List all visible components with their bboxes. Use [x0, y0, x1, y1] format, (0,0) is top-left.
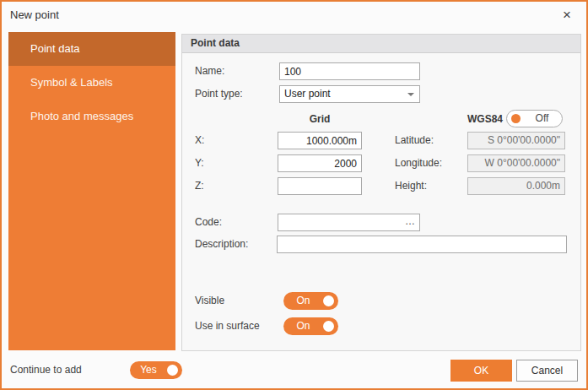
x-input[interactable]: [278, 132, 362, 149]
description-input[interactable]: [277, 236, 567, 253]
visible-label: Visible: [195, 292, 224, 309]
point-type-dropdown[interactable]: User point: [279, 85, 420, 103]
point-type-label: Point type:: [195, 85, 243, 102]
sidebar-item-symbol-labels[interactable]: Symbol & Labels: [8, 66, 175, 100]
grid-header: Grid: [278, 111, 362, 127]
use-in-surface-label: Use in surface: [195, 317, 260, 334]
x-label: X:: [195, 132, 204, 149]
continue-to-add-toggle[interactable]: Yes: [130, 361, 182, 379]
wgs84-toggle[interactable]: Off: [506, 110, 563, 127]
z-input[interactable]: [278, 177, 362, 195]
sidebar-item-photo-messages[interactable]: Photo and messages: [8, 100, 175, 133]
use-in-surface-toggle-label: On: [283, 317, 323, 335]
y-input[interactable]: [278, 154, 362, 172]
longitude-field: W 0°00'00.0000": [467, 154, 565, 172]
code-browse-button[interactable]: …: [405, 214, 416, 229]
toggle-knob: [323, 321, 334, 332]
wgs84-header: WGS84: [418, 111, 503, 127]
latitude-label: Latitude:: [395, 132, 434, 149]
y-label: Y:: [195, 154, 204, 171]
continue-to-add-label: Continue to add: [10, 361, 82, 378]
continue-toggle-label: Yes: [130, 361, 167, 379]
name-input[interactable]: [279, 62, 420, 80]
z-label: Z:: [195, 177, 204, 194]
height-field: 0.000m: [467, 177, 565, 195]
chevron-down-icon: [407, 93, 414, 96]
description-label: Description:: [195, 236, 248, 252]
sidebar: Point data Symbol & Labels Photo and mes…: [8, 32, 175, 350]
toggle-knob: [323, 295, 334, 306]
name-label: Name:: [195, 62, 224, 79]
longitude-label: Longitude:: [395, 154, 442, 171]
code-label: Code:: [195, 214, 222, 230]
visible-toggle[interactable]: On: [283, 292, 338, 310]
sidebar-item-point-data[interactable]: Point data: [8, 32, 175, 66]
use-in-surface-toggle[interactable]: On: [283, 317, 338, 335]
wgs84-toggle-label: Off: [522, 111, 562, 127]
cancel-button[interactable]: Cancel: [516, 360, 578, 382]
panel-title: Point data: [182, 35, 580, 53]
toggle-knob: [167, 365, 178, 376]
window-title: New point: [10, 8, 59, 21]
latitude-field: S 0°00'00.0000": [467, 132, 565, 149]
point-type-value: User point: [284, 88, 331, 100]
visible-toggle-label: On: [283, 292, 323, 310]
point-data-panel: Point data Name: Point type: User point …: [181, 34, 581, 351]
new-point-dialog: New point × Point data Symbol & Labels P…: [0, 0, 588, 390]
close-icon[interactable]: ×: [558, 6, 576, 24]
ok-button[interactable]: OK: [450, 360, 512, 382]
code-input[interactable]: …: [278, 214, 420, 231]
height-label: Height:: [395, 177, 427, 194]
toggle-knob: [511, 114, 521, 123]
